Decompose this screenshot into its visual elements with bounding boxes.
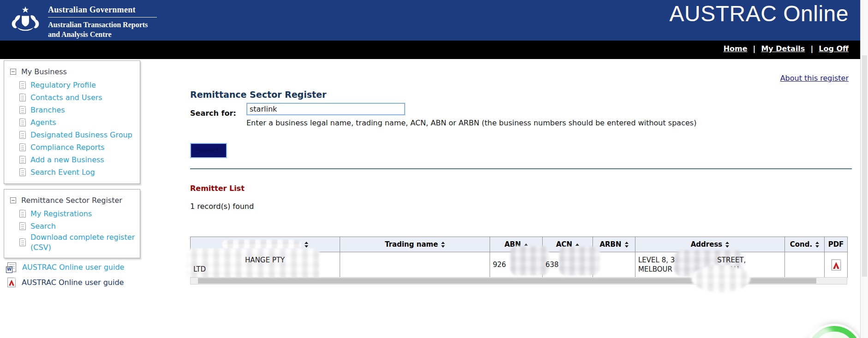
- remitter-results-table: Trading name ABN ACN ARBN: [190, 237, 848, 278]
- user-guide-pdf-link[interactable]: AUSTRAC Online user guide: [22, 278, 124, 287]
- page-title: Remittance Sector Register: [190, 89, 326, 100]
- gov-divider: [48, 17, 157, 18]
- sort-up-down-icon: [815, 242, 819, 248]
- document-icon: [19, 168, 26, 176]
- document-icon: [19, 81, 26, 89]
- section-divider: [190, 168, 852, 169]
- column-header-cond[interactable]: Cond.: [785, 237, 825, 252]
- cell-trading-name: [340, 252, 490, 278]
- table-row: HANGE PTY LTD 926 638 LEVEL 8, 3STREET, …: [191, 252, 848, 278]
- search-for-label: Search for:: [190, 109, 236, 118]
- sidebar-item-agents[interactable]: Agents: [19, 116, 140, 129]
- tree-header-label: My Business: [21, 67, 67, 76]
- chat-widget-button[interactable]: [808, 326, 861, 338]
- tree-header-remittance-sector-register: Remittance Sector Register: [10, 196, 140, 205]
- sort-up-down-icon: [625, 242, 629, 248]
- sidebar-item-my-registrations[interactable]: My Registrations: [19, 208, 140, 220]
- pdf-file-icon[interactable]: [831, 259, 841, 270]
- column-header-trading-name[interactable]: Trading name: [340, 237, 490, 252]
- top-nav-bar: Home|My Details|Log Off: [0, 41, 868, 59]
- sidebar-item-designated-business-group[interactable]: Designated Business Group: [19, 129, 140, 141]
- nav-separator: |: [810, 44, 813, 53]
- page-vertical-scrollbar[interactable]: [860, 0, 868, 338]
- about-this-register-link[interactable]: About this register: [780, 74, 849, 83]
- document-icon: [19, 222, 26, 230]
- sort-up-down-icon: [441, 242, 445, 248]
- document-icon: [19, 238, 26, 246]
- document-icon: [19, 119, 26, 126]
- app-title: AUSTRAC Online: [670, 1, 849, 26]
- nav-my-details-link[interactable]: My Details: [761, 44, 805, 53]
- sidebar-item-add-a-new-business[interactable]: Add a new Business: [19, 154, 140, 166]
- header-banner: Australian Government Australian Transac…: [0, 0, 868, 41]
- sidebar-item-branches[interactable]: Branches: [19, 104, 140, 116]
- column-header-address[interactable]: Address: [635, 237, 785, 252]
- column-header-pdf: PDF: [825, 237, 848, 252]
- gov-line2: Australian Transaction Reports: [48, 20, 157, 30]
- sidebar-remittance-register-panel: Remittance Sector Register My Registrati…: [4, 189, 140, 258]
- document-icon: [19, 156, 26, 164]
- document-icon: [19, 131, 26, 139]
- word-document-icon: [7, 262, 16, 272]
- document-icon: [19, 94, 26, 101]
- user-guide-word-link[interactable]: AUSTRAC Online user guide: [22, 263, 124, 272]
- sort-up-down-icon: [725, 242, 729, 248]
- document-icon: [19, 106, 26, 114]
- cell-cond: [785, 252, 825, 278]
- australian-coat-of-arms-icon: [6, 1, 44, 39]
- user-guide-pdf-row[interactable]: AUSTRAC Online user guide: [7, 277, 146, 288]
- scrollbar-thumb[interactable]: [862, 55, 867, 277]
- cell-acn: 638: [543, 252, 593, 278]
- search-input[interactable]: [246, 103, 405, 115]
- user-guide-word-row[interactable]: AUSTRAC Online user guide: [7, 261, 146, 273]
- sidebar-item-compliance-reports[interactable]: Compliance Reports: [19, 141, 140, 154]
- nav-links: Home|My Details|Log Off: [724, 44, 849, 53]
- government-title-block: Australian Government Australian Transac…: [48, 5, 157, 40]
- nav-log-off-link[interactable]: Log Off: [819, 44, 849, 53]
- redaction-blur: [222, 240, 301, 249]
- document-icon: [19, 210, 26, 218]
- user-guide-links: AUSTRAC Online user guide AUSTRAC Online…: [7, 261, 146, 292]
- search-button[interactable]: Search: [190, 143, 227, 158]
- sidebar-item-search[interactable]: Search: [19, 220, 140, 232]
- sidebar-my-business-panel: My Business Regulatory Profile Contacts …: [4, 60, 140, 184]
- sidebar-item-download-complete-register-csv[interactable]: Download complete register (CSV): [19, 232, 140, 252]
- sidebar-item-contacts-and-users[interactable]: Contacts and Users: [19, 91, 140, 104]
- records-found-count: 1 record(s) found: [190, 202, 254, 211]
- nav-separator: |: [753, 44, 756, 53]
- collapse-toggle-icon[interactable]: [10, 197, 16, 203]
- cell-abn: 926: [490, 252, 543, 278]
- pdf-document-icon: [7, 278, 16, 287]
- cell-legal-name: HANGE PTY LTD: [191, 252, 340, 278]
- remitter-list-heading: Remitter List: [190, 184, 245, 193]
- gov-line1: Australian Government: [48, 5, 157, 15]
- cell-pdf: [825, 252, 848, 278]
- sidebar-item-regulatory-profile[interactable]: Regulatory Profile: [19, 79, 140, 91]
- tree-header-label: Remittance Sector Register: [21, 196, 122, 205]
- gov-line3: and Analysis Centre: [48, 30, 157, 40]
- redaction-blur: [691, 265, 750, 292]
- sort-up-down-icon: [305, 242, 308, 248]
- collapse-toggle-icon[interactable]: [10, 69, 16, 75]
- nav-home-link[interactable]: Home: [724, 44, 748, 53]
- sort-ascending-icon: [524, 243, 528, 246]
- search-hint-text: Enter a business legal name, trading nam…: [246, 119, 696, 127]
- sidebar-item-search-event-log[interactable]: Search Event Log: [19, 166, 140, 178]
- tree-header-my-business: My Business: [10, 67, 140, 76]
- sort-ascending-icon: [575, 243, 579, 246]
- document-icon: [19, 143, 26, 151]
